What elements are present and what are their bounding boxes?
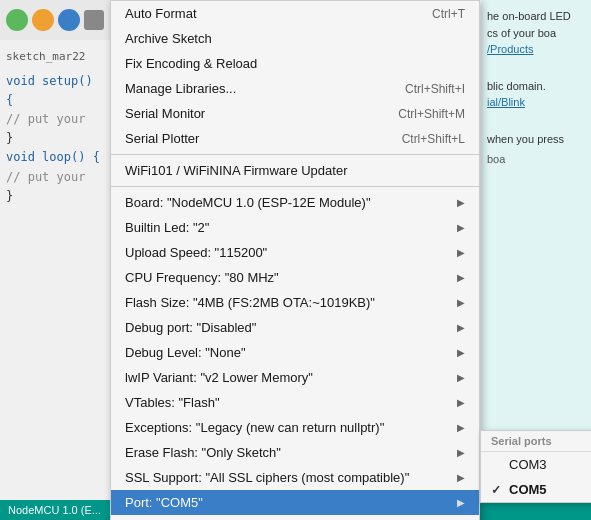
arrow-icon-cpu-frequency: ▶	[457, 272, 465, 283]
menu-item-wifi-updater[interactable]: WiFi101 / WiFiNINA Firmware Updater	[111, 158, 479, 183]
code-line-7: // put your	[6, 168, 104, 187]
menu-item-port[interactable]: Port: "COM5" ▶	[111, 490, 479, 515]
menu-shortcut-serial-plotter: Ctrl+Shift+L	[402, 132, 465, 146]
menu-item-flash-size[interactable]: Flash Size: "4MB (FS:2MB OTA:~1019KB)" ▶	[111, 290, 479, 315]
menu-label-debug-level: Debug Level: "None"	[125, 345, 246, 360]
menu-label-archive-sketch: Archive Sketch	[125, 31, 212, 46]
code-line-8: }	[6, 187, 104, 206]
menu-item-auto-format[interactable]: Auto Format Ctrl+T	[111, 1, 479, 26]
arrow-icon-erase-flash: ▶	[457, 447, 465, 458]
arrow-icon-board: ▶	[457, 197, 465, 208]
menu-item-serial-plotter[interactable]: Serial Plotter Ctrl+Shift+L	[111, 126, 479, 151]
menu-label-upload-speed: Upload Speed: "115200"	[125, 245, 267, 260]
menu-label-lwip-variant: lwIP Variant: "v2 Lower Memory"	[125, 370, 313, 385]
arrow-icon-ssl-support: ▶	[457, 472, 465, 483]
arrow-icon-exceptions: ▶	[457, 422, 465, 433]
right-text-2: cs of your boa	[487, 25, 585, 42]
menu-shortcut-serial-monitor: Ctrl+Shift+M	[398, 107, 465, 121]
menu-item-debug-port[interactable]: Debug port: "Disabled" ▶	[111, 315, 479, 340]
toolbar	[0, 0, 110, 40]
code-line-4: }	[6, 129, 104, 148]
new-button[interactable]	[58, 9, 80, 31]
menu-label-board: Board: "NodeMCU 1.0 (ESP-12E Module)"	[125, 195, 371, 210]
submenu-item-com3[interactable]: COM3	[481, 452, 591, 477]
code-line-1: void setup() {	[6, 72, 104, 110]
menu-item-exceptions[interactable]: Exceptions: "Legacy (new can return null…	[111, 415, 479, 440]
run-button[interactable]	[6, 9, 28, 31]
menu-label-port: Port: "COM5"	[125, 495, 203, 510]
menu-label-manage-libraries: Manage Libraries...	[125, 81, 236, 96]
menu-label-debug-port: Debug port: "Disabled"	[125, 320, 256, 335]
submenu-label-com3: COM3	[509, 457, 547, 472]
submenu-label-com5: COM5	[509, 482, 547, 497]
right-link-1[interactable]: /Products	[487, 43, 533, 55]
arrow-icon-debug-port: ▶	[457, 322, 465, 333]
arrow-icon-upload-speed: ▶	[457, 247, 465, 258]
code-editor[interactable]: sketch_mar22 void setup() { // put your …	[0, 40, 110, 520]
separator-1	[111, 154, 479, 155]
menu-item-archive-sketch[interactable]: Archive Sketch	[111, 26, 479, 51]
code-line-6: void loop() {	[6, 148, 104, 167]
menu-label-erase-flash: Erase Flash: "Only Sketch"	[125, 445, 281, 460]
menu-label-builtin-led: Builtin Led: "2"	[125, 220, 209, 235]
arrow-icon-vtables: ▶	[457, 397, 465, 408]
menu-item-serial-monitor[interactable]: Serial Monitor Ctrl+Shift+M	[111, 101, 479, 126]
submenu-item-com5[interactable]: ✓ COM5	[481, 477, 591, 502]
code-line-2: // put your	[6, 110, 104, 129]
menu-label-fix-encoding: Fix Encoding & Reload	[125, 56, 257, 71]
menu-item-upload-speed[interactable]: Upload Speed: "115200" ▶	[111, 240, 479, 265]
right-text-3: blic domain.	[487, 78, 585, 95]
menu-label-cpu-frequency: CPU Frequency: "80 MHz"	[125, 270, 279, 285]
right-link-2[interactable]: ial/Blink	[487, 96, 525, 108]
menu-label-vtables: VTables: "Flash"	[125, 395, 220, 410]
doc-button[interactable]	[84, 10, 104, 30]
arrow-icon-debug-level: ▶	[457, 347, 465, 358]
arrow-icon-flash-size: ▶	[457, 297, 465, 308]
menu-item-ssl-support[interactable]: SSL Support: "All SSL ciphers (most comp…	[111, 465, 479, 490]
menu-item-debug-level[interactable]: Debug Level: "None" ▶	[111, 340, 479, 365]
status-bar-text: NodeMCU 1.0 (E...	[8, 504, 101, 516]
arrow-icon-port: ▶	[457, 497, 465, 508]
menu-label-flash-size: Flash Size: "4MB (FS:2MB OTA:~1019KB)"	[125, 295, 375, 310]
arrow-icon-lwip-variant: ▶	[457, 372, 465, 383]
stop-button[interactable]	[32, 9, 54, 31]
menu-label-wifi-updater: WiFi101 / WiFiNINA Firmware Updater	[125, 163, 347, 178]
menu-item-manage-libraries[interactable]: Manage Libraries... Ctrl+Shift+I	[111, 76, 479, 101]
menu-item-get-board-info[interactable]: Get Board Info	[111, 515, 479, 520]
menu-label-auto-format: Auto Format	[125, 6, 197, 21]
right-extra-text: boa	[487, 151, 585, 168]
menu-label-ssl-support: SSL Support: "All SSL ciphers (most comp…	[125, 470, 409, 485]
menu-shortcut-manage-libraries: Ctrl+Shift+I	[405, 82, 465, 96]
tab-name: sketch_mar22	[6, 48, 104, 66]
submenu-header: Serial ports	[481, 431, 591, 452]
menu-item-fix-encoding[interactable]: Fix Encoding & Reload	[111, 51, 479, 76]
menu-item-vtables[interactable]: VTables: "Flash" ▶	[111, 390, 479, 415]
checkmark-com5: ✓	[491, 483, 505, 497]
menu-label-serial-plotter: Serial Plotter	[125, 131, 199, 146]
menu-item-builtin-led[interactable]: Builtin Led: "2" ▶	[111, 215, 479, 240]
menu-item-lwip-variant[interactable]: lwIP Variant: "v2 Lower Memory" ▶	[111, 365, 479, 390]
tools-dropdown-menu: Auto Format Ctrl+T Archive Sketch Fix En…	[110, 0, 480, 520]
arrow-icon-builtin-led: ▶	[457, 222, 465, 233]
separator-2	[111, 186, 479, 187]
menu-item-cpu-frequency[interactable]: CPU Frequency: "80 MHz" ▶	[111, 265, 479, 290]
menu-label-serial-monitor: Serial Monitor	[125, 106, 205, 121]
menu-label-exceptions: Exceptions: "Legacy (new can return null…	[125, 420, 384, 435]
menu-item-erase-flash[interactable]: Erase Flash: "Only Sketch" ▶	[111, 440, 479, 465]
right-text-4: when you press	[487, 131, 585, 148]
port-submenu: Serial ports COM3 ✓ COM5	[480, 430, 591, 503]
menu-shortcut-auto-format: Ctrl+T	[432, 7, 465, 21]
right-text-1: he on-board LED	[487, 8, 585, 25]
menu-item-board[interactable]: Board: "NodeMCU 1.0 (ESP-12E Module)" ▶	[111, 190, 479, 215]
